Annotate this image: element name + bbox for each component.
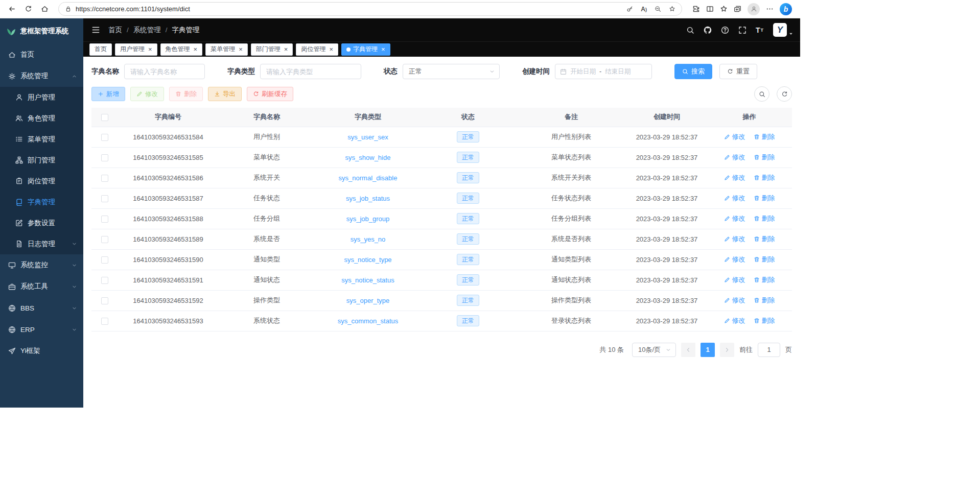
help-icon[interactable] [721,26,729,34]
tab-post-management[interactable]: 岗位管理× [296,43,338,56]
header-search-icon[interactable] [686,26,694,34]
tab-dept-management[interactable]: 部门管理× [251,43,293,56]
row-checkbox[interactable] [101,175,108,182]
row-delete-link[interactable]: 删除 [754,275,775,284]
sidebar-item-home[interactable]: 首页 [0,44,83,65]
row-checkbox[interactable] [101,195,108,202]
sidebar-item-post-management[interactable]: 岗位管理 [0,171,83,192]
row-delete-link[interactable]: 删除 [754,214,775,223]
font-size-icon[interactable]: TT [756,26,764,34]
page-size-select[interactable]: 10条/页 [632,343,676,357]
dict-type-link[interactable]: sys_yes_no [351,235,386,243]
row-edit-link[interactable]: 修改 [724,173,745,182]
back-button[interactable] [4,2,19,17]
tab-dict-management[interactable]: 字典管理× [341,43,390,56]
edit-button[interactable]: 修改 [130,87,164,101]
tab-close-icon[interactable]: × [329,46,333,53]
tab-user-management[interactable]: 用户管理× [115,43,157,56]
toggle-search-button[interactable] [754,86,769,102]
add-button[interactable]: 新增 [91,87,125,101]
sidebar-item-system-monitor[interactable]: 系统监控 [0,254,83,276]
row-edit-link[interactable]: 修改 [724,275,745,284]
breadcrumb-item[interactable]: 系统管理 [133,26,161,35]
tab-close-icon[interactable]: × [194,46,198,53]
refresh-button[interactable] [20,2,36,17]
address-bar[interactable]: https://ccnetcore.com:1101/system/dict A… [58,2,682,16]
delete-button[interactable]: 删除 [169,87,203,101]
dict-type-link[interactable]: sys_notice_type [344,256,391,264]
sidebar-item-system-management[interactable]: 系统管理 [0,65,83,87]
row-edit-link[interactable]: 修改 [724,132,745,141]
row-delete-link[interactable]: 删除 [754,296,775,305]
row-edit-link[interactable]: 修改 [724,214,745,223]
dict-type-link[interactable]: sys_normal_disable [339,174,398,182]
tab-home[interactable]: 首页 [89,43,112,56]
goto-page-input[interactable] [758,343,780,357]
menu-fold-icon[interactable] [91,26,100,34]
row-delete-link[interactable]: 删除 [754,173,775,182]
read-aloud-icon[interactable]: A) [641,6,647,13]
row-edit-link[interactable]: 修改 [724,194,745,203]
row-checkbox[interactable] [101,154,108,161]
next-page-button[interactable] [720,343,734,357]
github-icon[interactable] [704,26,712,34]
row-checkbox[interactable] [101,134,108,141]
collections-icon[interactable] [734,5,741,13]
sidebar-item-erp[interactable]: ERP [0,319,83,340]
refresh-table-button[interactable] [777,86,792,102]
sidebar-item-dict-management[interactable]: 字典管理 [0,192,83,212]
row-edit-link[interactable]: 修改 [724,255,745,264]
dict-type-link[interactable]: sys_job_status [346,195,390,202]
dict-type-link[interactable]: sys_oper_type [346,297,390,304]
dict-type-link[interactable]: sys_notice_status [341,276,394,284]
dict-type-link[interactable]: sys_user_sex [347,133,388,141]
tab-menu-management[interactable]: 菜单管理× [205,43,248,56]
user-avatar[interactable]: Y [773,23,787,37]
extensions-icon[interactable] [692,5,700,13]
row-delete-link[interactable]: 删除 [754,153,775,162]
zoom-out-icon[interactable] [655,6,661,12]
row-edit-link[interactable]: 修改 [724,153,745,162]
row-edit-link[interactable]: 修改 [724,296,745,305]
select-all-checkbox[interactable] [101,114,108,121]
reset-button[interactable]: 重置 [719,64,757,79]
tab-role-management[interactable]: 角色管理× [160,43,203,56]
dict-type-link[interactable]: sys_common_status [338,317,399,325]
tab-close-icon[interactable]: × [284,46,288,53]
profile-avatar[interactable] [748,3,760,15]
row-checkbox[interactable] [101,256,108,264]
export-button[interactable]: 导出 [208,87,242,101]
row-delete-link[interactable]: 删除 [754,132,775,141]
dict-type-link[interactable]: sys_show_hide [345,154,391,161]
breadcrumb-item[interactable]: 首页 [108,26,122,35]
sidebar-item-menu-management[interactable]: 菜单管理 [0,129,83,150]
row-checkbox[interactable] [101,277,108,284]
sidebar-item-dept-management[interactable]: 部门管理 [0,150,83,171]
home-button[interactable] [37,2,52,17]
split-screen-icon[interactable] [706,5,714,13]
row-edit-link[interactable]: 修改 [724,316,745,325]
date-range-picker[interactable]: 开始日期 - 结束日期 [555,64,652,79]
password-key-icon[interactable] [626,6,633,12]
page-1-button[interactable]: 1 [701,343,715,357]
row-checkbox[interactable] [101,216,108,223]
dict-type-input[interactable] [260,64,361,79]
breadcrumb-item[interactable]: 字典管理 [172,26,200,35]
row-checkbox[interactable] [101,297,108,304]
sidebar-item-param-settings[interactable]: 参数设置 [0,212,83,233]
row-checkbox[interactable] [101,318,108,325]
dict-type-link[interactable]: sys_job_group [346,215,390,223]
sidebar-item-log-management[interactable]: 日志管理 [0,233,83,254]
row-delete-link[interactable]: 删除 [754,234,775,244]
tab-close-icon[interactable]: × [239,46,243,53]
row-delete-link[interactable]: 删除 [754,255,775,264]
sidebar-item-user-management[interactable]: 用户管理 [0,87,83,108]
row-edit-link[interactable]: 修改 [724,234,745,244]
more-menu-icon[interactable] [766,5,774,13]
dict-name-input[interactable] [124,64,205,79]
fullscreen-icon[interactable] [738,26,746,34]
bing-icon[interactable]: b [780,3,792,15]
sidebar-item-system-tools[interactable]: 系统工具 [0,276,83,297]
refresh-cache-button[interactable]: 刷新缓存 [247,87,293,101]
search-button[interactable]: 搜索 [674,64,712,79]
